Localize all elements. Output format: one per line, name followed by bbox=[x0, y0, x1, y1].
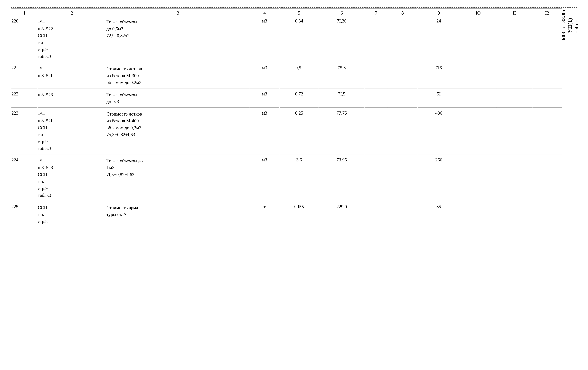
cell-row5-col2: –*–п.8–523ССЦт.ч.стр.9таб.3.3 bbox=[38, 154, 106, 199]
cell-row2-col7 bbox=[365, 62, 388, 86]
cell-row5-col5: 3,6 bbox=[280, 154, 319, 199]
cell-row5-col8 bbox=[388, 154, 417, 199]
cell-row6-col5: 0,I55 bbox=[280, 201, 319, 225]
cell-row2-col6: 75,3 bbox=[319, 62, 365, 86]
cell-row5-col4: м3 bbox=[250, 154, 279, 199]
cell-row4-col8 bbox=[388, 107, 417, 152]
cell-row4-col3: Стоимость лотковиз бетона М-400объемом д… bbox=[106, 107, 250, 152]
header-col9: 9 bbox=[418, 8, 460, 18]
table-row: 225ССЦт.ч.стр.8Стоимость арма-туры ст. А… bbox=[11, 201, 562, 225]
header-col8: 8 bbox=[388, 8, 417, 18]
cell-row2-col12 bbox=[533, 62, 562, 86]
cell-row1-col8 bbox=[388, 19, 417, 60]
cell-row5-col11 bbox=[496, 154, 532, 199]
row-spacer bbox=[11, 199, 562, 201]
cell-row3-col5: 0,72 bbox=[280, 88, 319, 105]
cell-row1-col5: 0,34 bbox=[280, 19, 319, 60]
table-row: 220–*–п.8–522ССЦт.ч.стр.9таб.3.3То же, о… bbox=[11, 19, 562, 60]
cell-row2-col1: 22I bbox=[11, 62, 37, 86]
cell-row5-col3: То же, объемом доI м37I,5+0,82+I,63 bbox=[106, 154, 250, 199]
table-row: 224–*–п.8–523ССЦт.ч.стр.9таб.3.3То же, о… bbox=[11, 154, 562, 199]
cell-row1-col7 bbox=[365, 19, 388, 60]
table-row: 223–*–п.8–52IССЦт.ч.стр.9таб.3.3Стоимост… bbox=[11, 107, 562, 152]
cell-row5-col10 bbox=[460, 154, 496, 199]
cell-row4-col1: 223 bbox=[11, 107, 37, 152]
cell-row2-col8 bbox=[388, 62, 417, 86]
cell-row3-col6: 7I,5 bbox=[319, 88, 365, 105]
cell-row6-col9: 35 bbox=[418, 201, 460, 225]
header-col11: II bbox=[496, 8, 532, 18]
main-table: I 2 3 4 5 6 7 8 9 IO II I2 220– bbox=[11, 8, 562, 225]
cell-row2-col10 bbox=[460, 62, 496, 86]
cell-row1-col3: То же, объемомдо 0,5м372,9–0,82х2 bbox=[106, 19, 250, 60]
row-spacer bbox=[11, 60, 562, 62]
table-row: 22I–*–п.8–52IСтоимость лотковиз бетона М… bbox=[11, 62, 562, 86]
cell-row5-col7 bbox=[365, 154, 388, 199]
cell-row3-col11 bbox=[496, 88, 532, 105]
cell-row1-col2: –*–п.8–522ССЦт.ч.стр.9таб.3.3 bbox=[38, 19, 106, 60]
cell-row6-col12 bbox=[533, 201, 562, 225]
cell-row2-col2: –*–п.8–52I bbox=[38, 62, 106, 86]
cell-row6-col10 bbox=[460, 201, 496, 225]
cell-row3-col10 bbox=[460, 88, 496, 105]
cell-row3-col4: м3 bbox=[250, 88, 279, 105]
sidebar-text: 603 -/- 33.85 УП(1) - 45 - bbox=[560, 10, 580, 40]
header-col4: 4 bbox=[250, 8, 279, 18]
cell-row1-col9: 24 bbox=[418, 19, 460, 60]
header-col2: 2 bbox=[38, 8, 106, 18]
cell-row6-col11 bbox=[496, 201, 532, 225]
cell-row2-col4: м3 bbox=[250, 62, 279, 86]
table-row: 222п.8–523То же, объемомдо Iм3м30,727I,5… bbox=[11, 88, 562, 105]
sidebar-right: 603 -/- 33.85 УП(1) - 45 - bbox=[563, 8, 577, 225]
cell-row4-col10 bbox=[460, 107, 496, 152]
row-spacer bbox=[11, 152, 562, 154]
cell-row2-col5: 9,5I bbox=[280, 62, 319, 86]
cell-row1-col4: м3 bbox=[250, 19, 279, 60]
table-header: I 2 3 4 5 6 7 8 9 IO II I2 bbox=[11, 8, 562, 18]
cell-row1-col12 bbox=[533, 19, 562, 60]
cell-row2-col3: Стоимость лотковиз бетона М-300объемом д… bbox=[106, 62, 250, 86]
cell-row6-col1: 225 bbox=[11, 201, 37, 225]
cell-row4-col7 bbox=[365, 107, 388, 152]
cell-row1-col11 bbox=[496, 19, 532, 60]
row-spacer bbox=[11, 106, 562, 107]
cell-row6-col7 bbox=[365, 201, 388, 225]
sidebar-line1: 603 -/- 33.85 bbox=[561, 10, 566, 40]
cell-row4-col6: 77,75 bbox=[319, 107, 365, 152]
row-spacer bbox=[11, 86, 562, 88]
sidebar-line3: - 45 - bbox=[573, 10, 580, 33]
cell-row3-col12 bbox=[533, 88, 562, 105]
cell-row5-col6: 73,95 bbox=[319, 154, 365, 199]
cell-row4-col2: –*–п.8–52IССЦт.ч.стр.9таб.3.3 bbox=[38, 107, 106, 152]
header-col12: I2 bbox=[533, 8, 562, 18]
cell-row3-col7 bbox=[365, 88, 388, 105]
cell-row3-col3: То же, объемомдо Iм3 bbox=[106, 88, 250, 105]
cell-row3-col2: п.8–523 bbox=[38, 88, 106, 105]
cell-row4-col9: 486 bbox=[418, 107, 460, 152]
cell-row4-col5: 6,25 bbox=[280, 107, 319, 152]
cell-row1-col1: 220 bbox=[11, 19, 37, 60]
cell-row6-col3: Стоимость арма-туры ст. А-I bbox=[106, 201, 250, 225]
cell-row3-col9: 5I bbox=[418, 88, 460, 105]
header-col7: 7 bbox=[365, 8, 388, 18]
sidebar-line2: УП(1) bbox=[567, 10, 573, 33]
cell-row6-col6: 229,0 bbox=[319, 201, 365, 225]
header-col6: 6 bbox=[319, 8, 365, 18]
header-col5: 5 bbox=[280, 8, 319, 18]
cell-row5-col1: 224 bbox=[11, 154, 37, 199]
cell-row4-col4: м3 bbox=[250, 107, 279, 152]
page-container: I 2 3 4 5 6 7 8 9 IO II I2 220– bbox=[11, 7, 577, 225]
header-col3: 3 bbox=[106, 8, 250, 18]
cell-row2-col9: 7I6 bbox=[418, 62, 460, 86]
cell-row3-col1: 222 bbox=[11, 88, 37, 105]
cell-row3-col8 bbox=[388, 88, 417, 105]
cell-row6-col4: т bbox=[250, 201, 279, 225]
cell-row4-col11 bbox=[496, 107, 532, 152]
cell-row1-col10 bbox=[460, 19, 496, 60]
cell-row4-col12 bbox=[533, 107, 562, 152]
header-col10: IO bbox=[460, 8, 496, 18]
cell-row5-col9: 266 bbox=[418, 154, 460, 199]
cell-row2-col11 bbox=[496, 62, 532, 86]
cell-row5-col12 bbox=[533, 154, 562, 199]
cell-row6-col8 bbox=[388, 201, 417, 225]
